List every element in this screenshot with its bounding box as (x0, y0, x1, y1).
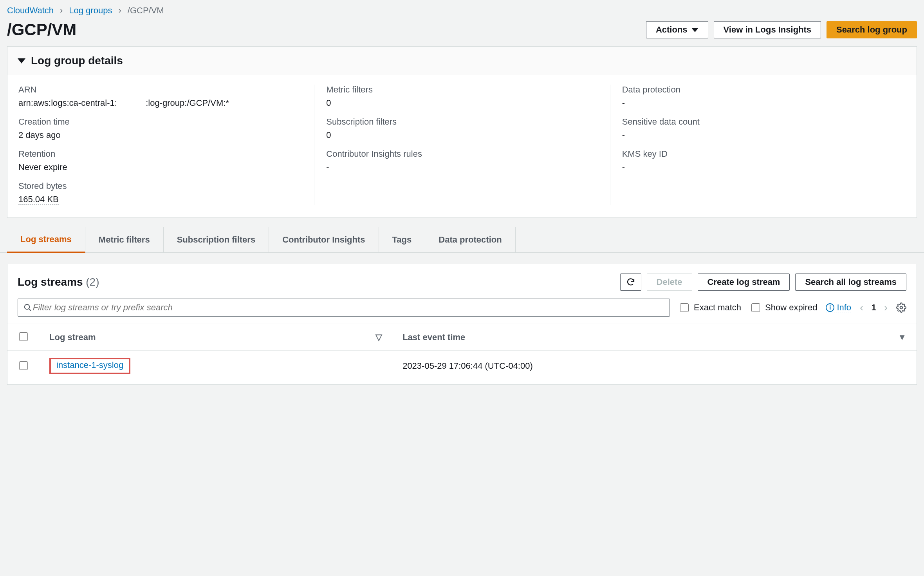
collapse-triangle-icon (18, 58, 25, 63)
breadcrumb-parent[interactable]: Log groups (69, 5, 112, 16)
gear-icon (896, 302, 906, 313)
data-protection-label: Data protection (622, 85, 894, 95)
actions-button[interactable]: Actions (646, 21, 708, 38)
delete-button[interactable]: Delete (647, 274, 692, 291)
pager: ‹ 1 › (860, 301, 888, 314)
show-expired-option[interactable]: Show expired (750, 302, 817, 313)
tab-subscription-filters[interactable]: Subscription filters (164, 227, 269, 252)
subscription-filters-label: Subscription filters (326, 117, 598, 127)
metric-filters-label: Metric filters (326, 85, 598, 95)
last-event-time-cell: 2023-05-29 17:06:44 (UTC-04:00) (392, 351, 917, 382)
stored-bytes-value: 165.04 KB (18, 194, 302, 205)
svg-line-1 (29, 309, 31, 311)
svg-point-2 (900, 306, 903, 309)
details-panel-header[interactable]: Log group details (7, 47, 917, 75)
breadcrumb: CloudWatch › Log groups › /GCP/VM (0, 0, 924, 19)
streams-actions: Delete Create log stream Search all log … (620, 274, 906, 291)
search-wrap[interactable] (18, 299, 670, 317)
retention-value: Never expire (18, 162, 302, 172)
info-link[interactable]: i Info (826, 302, 851, 313)
detail-tabs: Log streams Metric filters Subscription … (0, 227, 924, 253)
chevron-right-icon: › (60, 5, 63, 16)
contributor-insights-label: Contributor Insights rules (326, 149, 598, 159)
streams-header: Log streams (2) Delete Create log stream… (7, 264, 917, 295)
info-icon: i (826, 303, 834, 312)
svg-point-0 (25, 304, 30, 310)
exact-match-label: Exact match (694, 302, 741, 313)
tab-contributor-insights[interactable]: Contributor Insights (269, 227, 379, 252)
table-header-row: Log stream ▽ Last event time ▼ (7, 324, 917, 351)
actions-button-label: Actions (656, 25, 688, 35)
refresh-icon (626, 277, 635, 287)
pager-page: 1 (871, 302, 876, 313)
settings-button[interactable] (896, 302, 906, 313)
metric-filters-value: 0 (326, 98, 598, 108)
exact-match-checkbox[interactable] (680, 303, 689, 312)
view-insights-button[interactable]: View in Logs Insights (714, 21, 821, 38)
log-streams-table: Log stream ▽ Last event time ▼ instance-… (7, 324, 917, 381)
search-icon (23, 303, 32, 312)
log-streams-panel: Log streams (2) Delete Create log stream… (7, 264, 917, 385)
data-protection-value: - (622, 98, 894, 108)
details-grid: ARN arn:aws:logs:ca-central-1: :log-grou… (7, 75, 917, 217)
refresh-button[interactable] (620, 274, 641, 291)
search-log-group-button[interactable]: Search log group (827, 21, 917, 38)
header-actions: Actions View in Logs Insights Search log… (646, 21, 917, 38)
filter-input[interactable] (32, 302, 664, 313)
sensitive-data-label: Sensitive data count (622, 117, 894, 127)
table-row: instance-1-syslog 2023-05-29 17:06:44 (U… (7, 351, 917, 382)
page-header: /GCP/VM Actions View in Logs Insights Se… (0, 19, 924, 46)
select-all-checkbox[interactable] (19, 332, 28, 341)
col-last-event-time[interactable]: Last event time ▼ (392, 324, 917, 351)
streams-title: Log streams (2) (18, 276, 99, 288)
streams-count: (2) (86, 276, 99, 288)
page-title: /GCP/VM (7, 20, 76, 39)
chevron-right-icon: › (118, 5, 121, 16)
tab-metric-filters[interactable]: Metric filters (85, 227, 164, 252)
pager-prev[interactable]: ‹ (860, 301, 863, 314)
col-log-stream[interactable]: Log stream ▽ (39, 324, 392, 351)
subscription-filters-value: 0 (326, 130, 598, 140)
highlight-annotation: instance-1-syslog (49, 358, 130, 374)
sort-icon: ▼ (898, 332, 906, 342)
kms-key-value: - (622, 162, 894, 172)
caret-down-icon (691, 28, 698, 32)
breadcrumb-current: /GCP/VM (128, 5, 164, 16)
tab-tags[interactable]: Tags (379, 227, 426, 252)
creation-time-label: Creation time (18, 117, 302, 127)
retention-label: Retention (18, 149, 302, 159)
creation-time-value: 2 days ago (18, 130, 302, 140)
breadcrumb-root[interactable]: CloudWatch (7, 5, 54, 16)
select-all-header (7, 324, 39, 351)
create-log-stream-button[interactable]: Create log stream (698, 274, 790, 291)
details-col-2: Metric filters 0 Subscription filters 0 … (314, 85, 610, 205)
pager-next[interactable]: › (884, 301, 888, 314)
arn-label: ARN (18, 85, 302, 95)
details-col-3: Data protection - Sensitive data count -… (610, 85, 906, 205)
search-all-streams-button[interactable]: Search all log streams (795, 274, 906, 291)
show-expired-checkbox[interactable] (751, 303, 760, 312)
exact-match-option[interactable]: Exact match (679, 302, 741, 313)
sort-icon: ▽ (375, 332, 382, 342)
stored-bytes-label: Stored bytes (18, 181, 302, 191)
log-stream-link[interactable]: instance-1-syslog (56, 360, 123, 370)
log-group-details-panel: Log group details ARN arn:aws:logs:ca-ce… (7, 46, 917, 218)
sensitive-data-value: - (622, 130, 894, 140)
tab-log-streams[interactable]: Log streams (7, 227, 85, 253)
show-expired-label: Show expired (765, 302, 817, 313)
arn-value: arn:aws:logs:ca-central-1: :log-group:/G… (18, 98, 302, 108)
contributor-insights-value: - (326, 162, 598, 172)
row-checkbox[interactable] (19, 361, 28, 370)
details-col-1: ARN arn:aws:logs:ca-central-1: :log-grou… (18, 85, 314, 205)
details-panel-title: Log group details (31, 54, 123, 67)
streams-filter-row: Exact match Show expired i Info ‹ 1 › (7, 295, 917, 324)
kms-key-label: KMS key ID (622, 149, 894, 159)
tab-data-protection[interactable]: Data protection (425, 227, 515, 252)
